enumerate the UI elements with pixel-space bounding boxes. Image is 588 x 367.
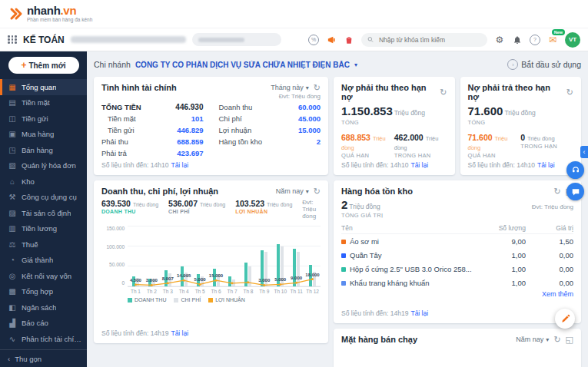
plus-icon: +: [21, 60, 26, 71]
refresh-icon[interactable]: ↻: [314, 187, 321, 196]
item-value: 0,00: [526, 276, 573, 289]
sidebar-item-tien-gui[interactable]: ◫Tiền gửi: [0, 111, 87, 127]
chevron-down-icon[interactable]: ▾: [354, 61, 357, 68]
sidebar-item-ngan-sach[interactable]: ◧Ngân sách: [0, 299, 87, 316]
logo-text: nhanh.vn: [27, 5, 92, 16]
legend-item[interactable]: LỢI NHUẬN: [208, 297, 245, 303]
finance-row-value[interactable]: 2: [317, 137, 321, 146]
period-select[interactable]: Năm nay▾: [516, 336, 549, 343]
budget-icon: ◧: [8, 303, 17, 312]
inventory-row[interactable]: Áo sơ mi9,001,50: [341, 234, 573, 249]
inventory-row[interactable]: Quần Tây1,000,00: [341, 248, 573, 262]
total-label: TỔNG: [341, 119, 447, 126]
inventory-row[interactable]: Hộp ổ cứng 2.5" USB 3.0 Orico 258...1,00…: [341, 262, 573, 276]
refresh-icon[interactable]: ↻: [553, 187, 560, 196]
sidebar-item-thue[interactable]: ⚖Thuế: [0, 236, 87, 253]
sidebar-item-gia-thanh[interactable]: ◔Giá thành: [0, 253, 87, 269]
branch-name[interactable]: CÔNG TY CỔ PHẦN DỊCH VỤ SỬA CHỮA NHIỆT Đ…: [135, 61, 350, 69]
shopping-bag-icon[interactable]: [344, 35, 354, 45]
sidebar-item-tien-luong[interactable]: ▥Tiền lương: [0, 221, 87, 237]
reload-link[interactable]: Tải lại: [410, 161, 428, 169]
chevron-down-icon: ▾: [306, 188, 309, 195]
finance-row-value[interactable]: 101: [191, 114, 204, 123]
point-label: 18.000: [305, 273, 319, 277]
total-value: 2: [341, 198, 347, 211]
refresh-icon[interactable]: ↻: [314, 84, 321, 92]
notifications-bell-icon[interactable]: [512, 35, 523, 45]
overdue-value[interactable]: 71.600 Triệu đồng: [468, 133, 521, 151]
sidebar-item-quan-ly-hoa-don[interactable]: ▧Quản lý hóa đơn: [0, 158, 87, 174]
add-new-button[interactable]: + Thêm mới: [8, 57, 79, 74]
sidebar-item-mua-hang[interactable]: ▣Mua hàng: [0, 127, 87, 143]
nhanh-logo[interactable]: nhanh.vn Phần mềm bán hàng đa kênh: [9, 5, 92, 23]
branch-bar: Chi nhánh CÔNG TY CỔ PHẦN DỊCH VỤ SỬA CH…: [94, 57, 581, 72]
sidebar-item-tai-san-co-dinh[interactable]: ▨Tài sản cố định: [0, 205, 87, 221]
legend-item[interactable]: DOANH THU: [128, 297, 166, 303]
period-select[interactable]: Năm nay▾: [276, 187, 309, 195]
legend-item[interactable]: CHI PHÍ: [174, 297, 201, 303]
finance-row-value[interactable]: 15.000: [298, 126, 321, 134]
financial-analysis-icon: ∿: [8, 335, 17, 343]
search-box[interactable]: [361, 33, 487, 47]
ontime-value[interactable]: 462.000 Triệu đồng: [394, 133, 447, 151]
blurred-nav-menu[interactable]: [71, 36, 186, 43]
user-avatar[interactable]: VT: [565, 32, 580, 48]
finance-row-value[interactable]: 45.000: [298, 114, 321, 123]
finance-row-value[interactable]: 60.000: [298, 103, 321, 111]
summary-icon: ▩: [8, 287, 17, 296]
percent-promo-icon[interactable]: %: [308, 35, 319, 45]
finance-row: Hàng tồn kho2: [219, 136, 321, 147]
sidebar-item-kho[interactable]: ⌂Kho: [0, 174, 87, 190]
refresh-icon[interactable]: ↻: [566, 88, 573, 97]
inventory-table: TênSố lượngGiá trị Áo sơ mi9,001,50Quần …: [341, 223, 573, 289]
sidebar-item-tong-hop[interactable]: ▩Tổng hợp: [0, 284, 87, 300]
sidebar-item-tong-quan[interactable]: ▦Tổng quan: [0, 79, 87, 95]
start-using-button[interactable]: › Bắt đầu sử dụng: [507, 59, 581, 70]
sidebar-item-ban-hang[interactable]: ◳Bán hàng: [0, 142, 87, 158]
search-input[interactable]: [377, 35, 481, 45]
see-more-link[interactable]: Xem thêm: [341, 290, 573, 298]
reload-link[interactable]: Tải lại: [410, 309, 428, 317]
pencil-icon: [560, 314, 570, 324]
reload-link[interactable]: Tải lại: [171, 161, 188, 169]
sidebar-item-phan-tich-tai-chinh[interactable]: ∿Phân tích tài chính: [0, 331, 87, 347]
refresh-icon[interactable]: ↻: [553, 336, 560, 344]
inventory-row[interactable]: Khẩu trang kháng khuẩn1,000,00: [341, 276, 573, 289]
reload-link[interactable]: Tải lại: [171, 329, 188, 337]
finance-row-value[interactable]: 688.859: [177, 137, 203, 146]
card-footer: Số liệu tính đến: 14h10Tải lại: [101, 161, 321, 169]
item-qty: 9,00: [486, 234, 526, 249]
overdue-value[interactable]: 688.853 Triệu đồng: [341, 133, 394, 151]
panel-toggle-arrow[interactable]: ‹: [580, 146, 588, 158]
period-select[interactable]: Tháng này▾: [271, 84, 309, 91]
headset-icon: [571, 166, 580, 175]
point-label: 5.000: [194, 277, 206, 282]
module-title[interactable]: KẾ TOÁN: [23, 35, 65, 45]
finance-row: Doanh thu60.000: [219, 101, 321, 113]
blurred-search-pill[interactable]: [192, 33, 281, 46]
finance-row-value[interactable]: 423.697: [177, 149, 203, 157]
megaphone-icon[interactable]: [326, 35, 337, 45]
settings-gear-icon[interactable]: ⚙: [494, 35, 505, 45]
card-title: Nợ phải trả theo hạn nợ: [468, 83, 562, 101]
item-value: 0,00: [526, 248, 573, 262]
ontime-value[interactable]: 0 Triệu đồng: [520, 133, 573, 142]
sidebar-collapse-button[interactable]: ‹ Thu gọn: [0, 349, 87, 367]
reload-link[interactable]: Tải lại: [537, 161, 555, 169]
finance-row-label: Tiền mặt: [101, 114, 136, 123]
apps-grid-icon[interactable]: [8, 35, 17, 44]
total-label: TỔNG GIÁ TRỊ: [341, 212, 573, 219]
sidebar-item-ket-noi-vay-von[interactable]: ◎Kết nối vay vốn: [0, 268, 87, 284]
edit-fab-button[interactable]: [555, 309, 575, 329]
refresh-icon[interactable]: ↻: [440, 88, 447, 97]
sidebar-item-cong-cu-dung-cu[interactable]: ⚒Công cụ dụng cụ: [0, 190, 87, 206]
finance-row: Phải thu688.859: [101, 136, 204, 147]
sidebar-item-bao-cao[interactable]: ▟Báo cáo: [0, 316, 87, 332]
chat-button[interactable]: [566, 183, 584, 200]
help-icon[interactable]: ?: [530, 35, 540, 45]
sidebar-item-tien-mat[interactable]: ▤Tiền mặt: [0, 95, 87, 111]
expand-icon[interactable]: ◱: [566, 336, 573, 344]
support-phone-button[interactable]: [566, 161, 584, 179]
finance-row-value[interactable]: 446.829: [177, 126, 203, 134]
mail-icon[interactable]: ✉: [547, 35, 558, 45]
